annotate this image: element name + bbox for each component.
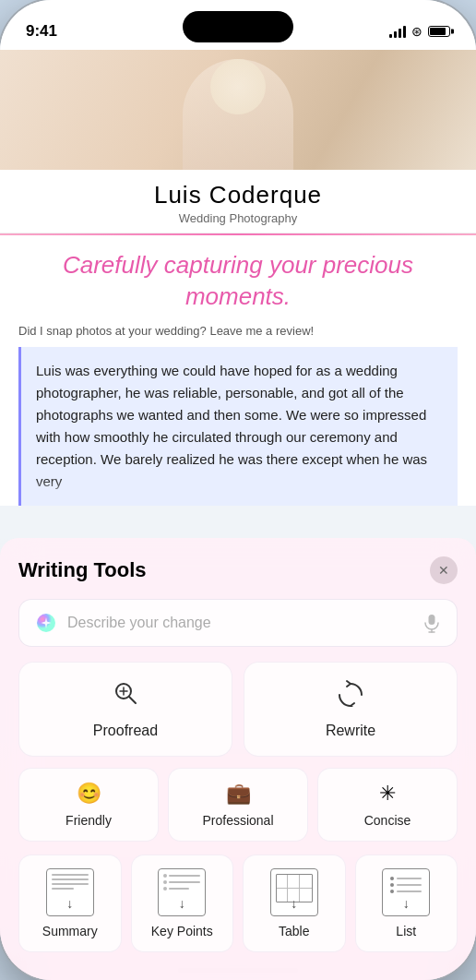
selected-text-area: Luis was everything we could have hoped … (18, 347, 458, 506)
summary-button[interactable]: ↓ Summary (18, 855, 122, 952)
phone-frame: 9:41 ⊛ Luis Coderque W (0, 0, 476, 980)
microphone-icon[interactable] (422, 613, 442, 633)
summary-icon: ↓ (46, 868, 94, 916)
close-button[interactable]: ✕ (430, 556, 458, 584)
list-icon: ↓ (382, 868, 430, 916)
describe-input-container[interactable]: Describe your change (18, 599, 458, 647)
hero-tagline-text: Carefully capturing your precious moment… (37, 250, 439, 313)
tone-actions: 😊 Friendly 💼 Professional ✳ Concise (18, 768, 458, 842)
key-points-label: Key Points (151, 924, 213, 938)
list-label: List (396, 924, 416, 938)
hero-image (0, 50, 476, 170)
hero-tagline: Carefully capturing your precious moment… (0, 235, 476, 320)
site-header: Luis Coderque Wedding Photography (0, 170, 476, 233)
summary-label: Summary (42, 924, 98, 938)
site-subtitle: Wedding Photography (18, 211, 458, 225)
table-icon: ↓ (270, 868, 318, 916)
proofread-button[interactable]: Proofread (18, 662, 232, 757)
list-button[interactable]: ↓ List (355, 855, 458, 952)
website-content: Luis Coderque Wedding Photography Carefu… (0, 50, 476, 506)
key-points-icon: ↓ (158, 868, 206, 916)
ai-sparkle-icon (34, 611, 58, 635)
professional-button[interactable]: 💼 Professional (168, 768, 308, 842)
status-time: 9:41 (26, 22, 57, 41)
rewrite-button[interactable]: Rewrite (244, 662, 458, 757)
professional-icon: 💼 (226, 782, 251, 806)
panel-title: Writing Tools (18, 558, 147, 582)
concise-label: Concise (364, 813, 411, 828)
rewrite-label: Rewrite (326, 723, 375, 739)
concise-button[interactable]: ✳ Concise (317, 768, 458, 842)
rewrite-icon (337, 679, 364, 713)
friendly-label: Friendly (65, 813, 112, 828)
writing-tools-panel: Writing Tools ✕ Describe (0, 538, 476, 980)
key-points-button[interactable]: ↓ Key Points (131, 855, 234, 952)
format-actions: ↓ Summary (18, 855, 458, 952)
concise-icon: ✳ (379, 782, 396, 806)
friendly-icon: 😊 (77, 782, 101, 806)
main-actions: Proofread Rewrite (18, 662, 458, 757)
selected-text: Luis was everything we could have hoped … (36, 363, 427, 489)
friendly-button[interactable]: 😊 Friendly (18, 768, 159, 842)
review-prompt: Did I snap photos at your wedding? Leave… (0, 320, 476, 347)
svg-rect-1 (429, 615, 435, 625)
site-name: Luis Coderque (18, 181, 458, 209)
table-label: Table (279, 924, 309, 938)
table-button[interactable]: ↓ Table (243, 855, 346, 952)
status-bar: 9:41 ⊛ (0, 0, 476, 50)
dynamic-island (183, 11, 293, 42)
panel-header: Writing Tools ✕ (18, 556, 458, 584)
battery-icon (428, 26, 450, 37)
professional-label: Professional (202, 813, 273, 828)
describe-placeholder: Describe your change (67, 615, 412, 631)
svg-line-5 (129, 697, 136, 703)
proofread-label: Proofread (93, 723, 158, 739)
wifi-icon: ⊛ (411, 24, 422, 39)
signal-bars-icon (389, 25, 406, 38)
status-icons: ⊛ (389, 24, 450, 39)
proofread-icon (112, 679, 139, 713)
